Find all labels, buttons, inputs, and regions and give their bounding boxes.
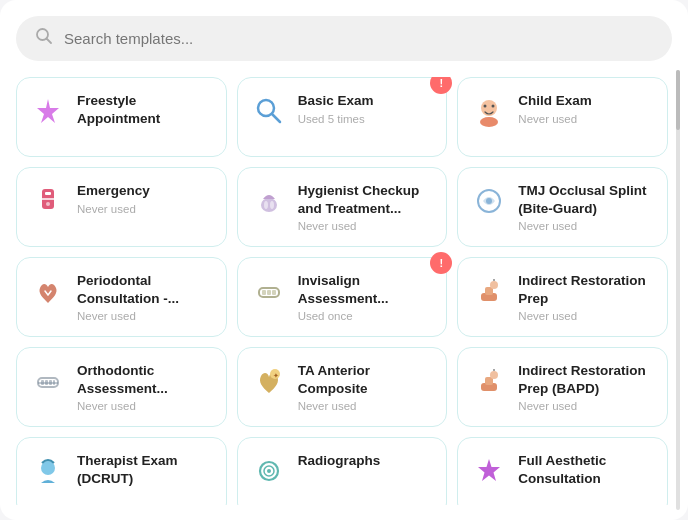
icon-therapist [29,452,67,490]
svg-rect-21 [272,290,276,295]
search-bar [16,16,672,61]
svg-rect-10 [45,192,51,195]
card-ortho[interactable]: Orthodontic Assessment...Never used [16,347,227,427]
card-text-full-aesthetic: Full Aesthetic Consultation [518,452,655,490]
card-freestyle[interactable]: Freestyle Appointment [16,77,227,157]
card-text-perio: Periodontal Consultation -...Never used [77,272,214,322]
card-subtitle-basic-exam: Used 5 times [298,113,435,125]
icon-indirect-bapd [470,362,508,400]
card-emergency[interactable]: EmergencyNever used [16,167,227,247]
card-title-invisalign: Invisalign Assessment... [298,272,435,307]
card-text-therapist: Therapist Exam (DCRUT) [77,452,214,490]
svg-point-41 [267,469,271,473]
card-text-basic-exam: Basic ExamUsed 5 times [298,92,435,125]
card-title-child-exam: Child Exam [518,92,655,110]
card-text-invisalign: Invisalign Assessment...Used once [298,272,435,322]
icon-indirect-prep [470,272,508,310]
card-subtitle-indirect-bapd: Never used [518,400,655,412]
icon-basic-exam [250,92,288,130]
card-child-exam[interactable]: Child ExamNever used [457,77,668,157]
svg-line-1 [47,39,52,44]
card-text-indirect-prep: Indirect Restoration PrepNever used [518,272,655,322]
card-title-freestyle: Freestyle Appointment [77,92,214,127]
card-subtitle-emergency: Never used [77,203,214,215]
card-subtitle-indirect-prep: Never used [518,310,655,322]
icon-radiographs [250,452,288,490]
card-subtitle-ortho: Never used [77,400,214,412]
template-grid: Freestyle AppointmentBasic ExamUsed 5 ti… [16,77,672,505]
svg-rect-19 [262,290,266,295]
svg-point-14 [264,201,268,209]
svg-point-8 [492,105,495,108]
card-title-basic-exam: Basic Exam [298,92,435,110]
svg-point-6 [480,117,498,127]
svg-point-12 [46,202,50,206]
card-subtitle-ta-anterior: Never used [298,400,435,412]
svg-point-17 [486,198,492,204]
card-title-perio: Periodontal Consultation -... [77,272,214,307]
card-title-ta-anterior: TA Anterior Composite [298,362,435,397]
card-perio[interactable]: Periodontal Consultation -...Never used [16,257,227,337]
card-basic-exam[interactable]: Basic ExamUsed 5 times! [237,77,448,157]
card-title-hygienist: Hygienist Checkup and Treatment... [298,182,435,217]
card-subtitle-hygienist: Never used [298,220,435,232]
icon-child-exam [470,92,508,130]
svg-point-15 [270,201,274,209]
card-therapist[interactable]: Therapist Exam (DCRUT) [16,437,227,505]
card-subtitle-child-exam: Never used [518,113,655,125]
card-title-emergency: Emergency [77,182,214,200]
icon-hygienist [250,182,288,220]
icon-ortho [29,362,67,400]
icon-perio [29,272,67,310]
card-title-tmj: TMJ Occlusal Splint (Bite-Guard) [518,182,655,217]
card-text-tmj: TMJ Occlusal Splint (Bite-Guard)Never us… [518,182,655,232]
badge-basic-exam: ! [430,77,452,94]
card-title-full-aesthetic: Full Aesthetic Consultation [518,452,655,487]
card-full-aesthetic[interactable]: Full Aesthetic Consultation [457,437,668,505]
scrollbar-thumb[interactable] [676,70,680,130]
card-subtitle-tmj: Never used [518,220,655,232]
svg-point-7 [484,105,487,108]
icon-freestyle [29,92,67,130]
card-title-indirect-bapd: Indirect Restoration Prep (BAPD) [518,362,655,397]
card-text-hygienist: Hygienist Checkup and Treatment...Never … [298,182,435,232]
card-tmj[interactable]: TMJ Occlusal Splint (Bite-Guard)Never us… [457,167,668,247]
card-title-radiographs: Radiographs [298,452,435,470]
icon-ta-anterior: ✦ [250,362,288,400]
card-subtitle-invisalign: Used once [298,310,435,322]
icon-tmj [470,182,508,220]
card-indirect-prep[interactable]: Indirect Restoration PrepNever used [457,257,668,337]
svg-line-4 [272,114,280,122]
card-text-freestyle: Freestyle Appointment [77,92,214,130]
card-text-ta-anterior: TA Anterior CompositeNever used [298,362,435,412]
svg-point-24 [490,281,498,289]
card-subtitle-perio: Never used [77,310,214,322]
card-title-therapist: Therapist Exam (DCRUT) [77,452,214,487]
card-hygienist[interactable]: Hygienist Checkup and Treatment...Never … [237,167,448,247]
search-icon [34,26,54,51]
svg-text:✦: ✦ [272,372,278,379]
svg-point-36 [490,371,498,379]
card-text-child-exam: Child ExamNever used [518,92,655,125]
search-input[interactable] [64,30,654,47]
svg-marker-2 [37,99,59,123]
card-text-radiographs: Radiographs [298,452,435,473]
icon-invisalign [250,272,288,310]
card-ta-anterior[interactable]: ✦TA Anterior CompositeNever used [237,347,448,427]
card-indirect-bapd[interactable]: Indirect Restoration Prep (BAPD)Never us… [457,347,668,427]
icon-emergency [29,182,67,220]
card-radiographs[interactable]: Radiographs [237,437,448,505]
card-text-ortho: Orthodontic Assessment...Never used [77,362,214,412]
svg-rect-20 [267,290,271,295]
badge-invisalign: ! [430,252,452,274]
icon-full-aesthetic [470,452,508,490]
main-container: Freestyle AppointmentBasic ExamUsed 5 ti… [0,0,688,520]
svg-marker-42 [478,459,500,481]
card-text-emergency: EmergencyNever used [77,182,214,215]
card-title-indirect-prep: Indirect Restoration Prep [518,272,655,307]
card-text-indirect-bapd: Indirect Restoration Prep (BAPD)Never us… [518,362,655,412]
svg-point-13 [261,198,277,212]
card-title-ortho: Orthodontic Assessment... [77,362,214,397]
card-invisalign[interactable]: Invisalign Assessment...Used once! [237,257,448,337]
scrollbar-track[interactable] [676,70,680,510]
